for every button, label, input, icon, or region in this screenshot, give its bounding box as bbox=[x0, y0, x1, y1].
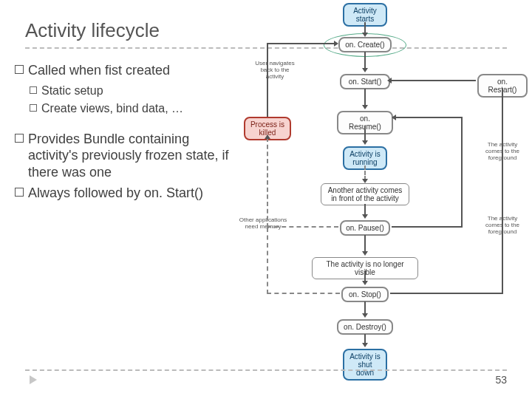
arrow-down-icon bbox=[362, 214, 368, 219]
arrow-dash bbox=[267, 137, 268, 228]
node-ondestroy: on. Destroy() bbox=[337, 319, 393, 335]
bullet-item: Create views, bind data, … bbox=[30, 101, 236, 116]
bullet-item: Called when fist created bbox=[15, 62, 236, 79]
bullet-text: Create views, bind data, … bbox=[41, 101, 183, 116]
slide-title: Activity lifecycle bbox=[25, 19, 160, 42]
node-onstop: on. Stop() bbox=[341, 287, 389, 302]
arrow-dash bbox=[267, 228, 268, 294]
bullet-item: Provides Bundle containing activity's pr… bbox=[15, 131, 236, 181]
arrow-down-icon bbox=[362, 68, 368, 72]
arrow-line bbox=[267, 43, 336, 44]
arrow-line bbox=[390, 80, 476, 81]
bullet-text: Called when fist created bbox=[28, 62, 170, 79]
label-nav-back: User navigates back to the activity bbox=[251, 61, 299, 80]
lifecycle-diagram: Activity starts on. Create() on. Start()… bbox=[233, 0, 532, 368]
arrow-line bbox=[364, 52, 366, 69]
arrow-down-icon bbox=[362, 313, 368, 318]
square-bullet-icon bbox=[15, 188, 24, 197]
label-other-apps: Other applications need memory bbox=[233, 217, 293, 231]
arrow-line bbox=[267, 44, 268, 117]
square-bullet-icon bbox=[15, 134, 24, 143]
page-number: 53 bbox=[495, 374, 507, 386]
bullet-text: Provides Bundle containing activity's pr… bbox=[28, 131, 236, 181]
arrow-right-icon bbox=[334, 41, 338, 47]
bullet-text: Always followed by on. Start() bbox=[28, 185, 203, 202]
arrow-line bbox=[364, 126, 366, 142]
arrow-line bbox=[390, 293, 503, 294]
arrow-line bbox=[395, 117, 463, 118]
arrow-down-icon bbox=[362, 179, 368, 183]
node-oncreate: on. Create() bbox=[338, 37, 392, 52]
arrow-dash bbox=[267, 293, 340, 294]
arrow-up-icon bbox=[265, 134, 270, 139]
bullet-item: Always followed by on. Start() bbox=[15, 185, 236, 202]
arrow-line bbox=[364, 89, 366, 106]
bullet-item: Static setup bbox=[30, 83, 236, 98]
node-another-activity: Another activity comes in front of the a… bbox=[321, 183, 409, 205]
triangle-icon bbox=[30, 375, 37, 384]
arrow-down-icon bbox=[362, 105, 368, 109]
arrow-down-icon bbox=[362, 140, 368, 145]
node-shut-down: Activity is shut down bbox=[343, 349, 387, 381]
arrow-down-icon bbox=[362, 33, 368, 37]
arrow-line bbox=[502, 89, 503, 293]
arrow-down-icon bbox=[362, 343, 368, 347]
node-onpause: on. Pause() bbox=[340, 220, 390, 236]
arrow-line bbox=[392, 226, 463, 228]
arrow-line bbox=[364, 235, 366, 253]
arrow-down-icon bbox=[362, 281, 368, 285]
square-bullet-icon bbox=[30, 104, 37, 112]
footer-divider bbox=[25, 369, 507, 371]
square-bullet-icon bbox=[15, 65, 24, 74]
arrow-dash bbox=[267, 226, 338, 228]
slide: Activity lifecycle Called when fist crea… bbox=[0, 0, 532, 399]
square-bullet-icon bbox=[30, 86, 37, 94]
arrow-left-icon bbox=[392, 115, 396, 120]
arrow-line bbox=[461, 117, 463, 228]
bullet-text: Static setup bbox=[41, 83, 103, 98]
arrow-down-icon bbox=[362, 251, 368, 256]
arrow-left-icon bbox=[387, 78, 392, 83]
node-onstart: on. Start() bbox=[340, 74, 390, 89]
arrow-dash bbox=[364, 166, 366, 180]
bullet-list: Called when fist created Static setup Cr… bbox=[15, 62, 236, 206]
